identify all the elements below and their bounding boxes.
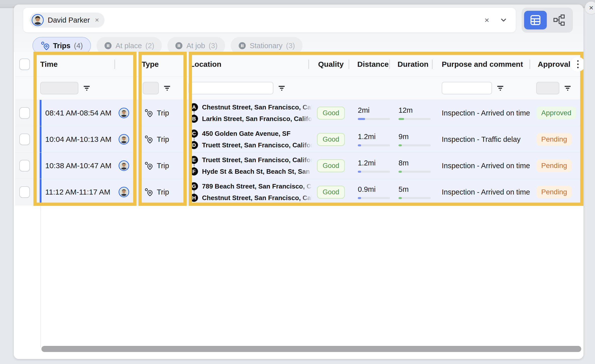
distance-metric: 1.2mi bbox=[352, 133, 390, 146]
purpose-filter-input[interactable] bbox=[442, 82, 492, 94]
time-filter-input[interactable] bbox=[40, 82, 78, 94]
pause-icon bbox=[104, 42, 112, 50]
column-header-distance[interactable]: Distance bbox=[352, 52, 393, 76]
time-filter-icon[interactable] bbox=[83, 84, 90, 92]
column-header-purpose[interactable]: Purpose and comment bbox=[436, 52, 533, 76]
location-filter-input[interactable] bbox=[188, 82, 273, 94]
end-address: Larkin Street, San Francisco, California… bbox=[202, 115, 312, 123]
end-address: Chestnut Street, San Francisco, Californ… bbox=[202, 194, 312, 202]
column-resize-handle[interactable] bbox=[529, 59, 530, 69]
duration-bar bbox=[399, 118, 431, 120]
row-checkbox[interactable] bbox=[19, 186, 30, 198]
category-tabs: Trips (4) At place (2) At job (3) Statio… bbox=[32, 37, 303, 54]
tab-at-place[interactable]: At place (2) bbox=[96, 37, 162, 54]
column-header-quality[interactable]: Quality bbox=[312, 52, 352, 76]
tab-label: At job bbox=[186, 42, 205, 50]
distance-metric: 2mi bbox=[352, 106, 390, 120]
type-filter-input[interactable] bbox=[143, 82, 159, 94]
duration-metric: 5m bbox=[393, 185, 431, 199]
distance-bar bbox=[358, 118, 390, 120]
chevron-down-icon[interactable] bbox=[500, 16, 507, 24]
text-fade-overlay bbox=[301, 103, 312, 123]
start-address: 450 Golden Gate Avenue, SF bbox=[202, 130, 290, 138]
person-search-bar[interactable]: David Parker × × bbox=[23, 8, 516, 33]
column-header-duration[interactable]: Duration bbox=[393, 52, 436, 76]
select-all-checkbox[interactable] bbox=[19, 58, 30, 70]
approval-filter-icon[interactable] bbox=[564, 84, 571, 92]
table-row[interactable]: 08:41 AM-08:54 AM Trip AChestnut Street,… bbox=[15, 100, 583, 126]
horizontal-scrollbar[interactable] bbox=[41, 346, 581, 352]
remove-person-icon[interactable]: × bbox=[95, 16, 99, 24]
tab-trips[interactable]: Trips (4) bbox=[32, 37, 91, 54]
approval-badge: Approved bbox=[537, 107, 576, 119]
hierarchy-view-button[interactable] bbox=[548, 11, 570, 29]
purpose-text: Inspection - Arrived on time bbox=[442, 188, 530, 196]
table-options-menu-button[interactable] bbox=[571, 57, 583, 72]
duration-bar bbox=[399, 197, 431, 199]
location-filter-icon[interactable] bbox=[278, 84, 285, 92]
column-header-approval[interactable]: Approval bbox=[533, 52, 582, 76]
person-name: David Parker bbox=[48, 16, 90, 24]
table-row[interactable]: 10:38 AM-10:47 AM Trip ETruett Street, S… bbox=[15, 153, 583, 179]
window-close-button[interactable]: × bbox=[585, 2, 595, 14]
end-address: Hyde St & Beach St, Beach St, San Franci… bbox=[202, 168, 312, 175]
column-resize-handle[interactable] bbox=[432, 59, 433, 69]
row-accent-bar bbox=[40, 100, 41, 126]
approval-filter-input[interactable] bbox=[536, 82, 559, 94]
trip-avatar bbox=[119, 187, 129, 197]
trips-table: Time Type Location Quality Distance Dura… bbox=[14, 52, 583, 359]
trip-time: 10:04 AM-10:13 AM bbox=[34, 135, 112, 144]
row-checkbox[interactable] bbox=[19, 134, 30, 145]
purpose-text: Inspection - Arrived on time bbox=[442, 162, 530, 170]
column-resize-handle[interactable] bbox=[114, 59, 115, 69]
distance-metric: 1.2mi bbox=[352, 159, 390, 173]
tab-stationary[interactable]: Stationary (3) bbox=[231, 37, 303, 54]
tab-label: Stationary bbox=[250, 42, 283, 50]
person-avatar bbox=[32, 14, 44, 26]
purpose-filter-icon[interactable] bbox=[497, 84, 504, 92]
table-view-button[interactable] bbox=[524, 11, 547, 29]
table-row[interactable]: 10:04 AM-10:13 AM Trip C450 Golden Gate … bbox=[15, 126, 583, 153]
tab-at-job[interactable]: At job (3) bbox=[167, 37, 225, 54]
distance-bar bbox=[358, 144, 390, 146]
duration-bar bbox=[399, 171, 431, 173]
tab-count: (3) bbox=[286, 42, 295, 50]
trip-time: 10:38 AM-10:47 AM bbox=[34, 161, 112, 170]
trip-avatar bbox=[119, 134, 129, 145]
avatar-image bbox=[33, 15, 42, 25]
row-accent-bar bbox=[40, 153, 41, 179]
distance-bar bbox=[358, 171, 390, 173]
search-bar-controls: × bbox=[484, 16, 509, 24]
duration-metric: 8m bbox=[393, 159, 431, 173]
column-resize-handle[interactable] bbox=[389, 59, 390, 69]
column-resize-handle[interactable] bbox=[308, 59, 309, 69]
trip-type-icon bbox=[144, 135, 153, 144]
column-guide-line bbox=[40, 204, 41, 347]
distance-metric: 0.9mi bbox=[352, 185, 390, 199]
column-header-type[interactable]: Type bbox=[136, 52, 185, 76]
approval-badge: Pending bbox=[537, 133, 572, 146]
trip-avatar bbox=[119, 160, 129, 171]
quality-badge: Good bbox=[317, 133, 345, 146]
table-row[interactable]: 11:12 AM-11:17 AM Trip G789 Beach Street… bbox=[15, 179, 583, 205]
table-view-icon bbox=[529, 14, 542, 27]
trip-type-icon bbox=[144, 161, 153, 170]
tab-label: At place bbox=[116, 42, 142, 50]
row-checkbox[interactable] bbox=[19, 107, 30, 119]
column-resize-handle[interactable] bbox=[349, 59, 349, 69]
duration-metric: 12m bbox=[393, 106, 431, 120]
person-chip[interactable]: David Parker × bbox=[30, 13, 105, 28]
row-checkbox[interactable] bbox=[19, 160, 30, 171]
column-header-time[interactable]: Time bbox=[34, 52, 136, 76]
tab-count: (3) bbox=[209, 42, 217, 50]
approval-badge: Pending bbox=[537, 159, 572, 172]
column-header-location[interactable]: Location bbox=[185, 52, 312, 76]
location-badge-start: E bbox=[190, 156, 198, 164]
clear-selection-icon[interactable]: × bbox=[484, 16, 489, 24]
start-address: Truett Street, San Francisco, California… bbox=[202, 156, 312, 164]
trip-avatar bbox=[119, 108, 129, 118]
top-bar: David Parker × × bbox=[23, 8, 573, 33]
hierarchy-view-icon bbox=[553, 14, 565, 26]
text-fade-overlay bbox=[301, 130, 312, 149]
type-filter-icon[interactable] bbox=[163, 84, 171, 92]
